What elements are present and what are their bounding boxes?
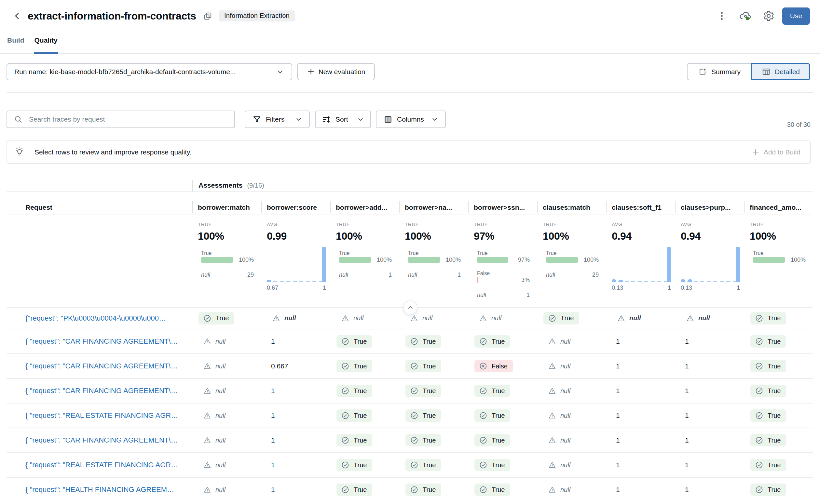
- column-header-financed_amo-[interactable]: financed_amo...: [744, 192, 813, 215]
- new-evaluation-button[interactable]: New evaluation: [297, 63, 375, 80]
- request-link[interactable]: { "request": "REAL ESTATE FINANCING AGR…: [25, 461, 178, 469]
- check-circle-icon: [410, 411, 419, 420]
- column-header-borrower-na-[interactable]: borrower>na...: [399, 192, 468, 215]
- table-row[interactable]: { "request": "HEALTH FINANCING AGREEM…nu…: [7, 478, 813, 502]
- bool-chart-entry-label: True: [546, 250, 599, 256]
- summary-view-button[interactable]: Summary: [687, 63, 751, 80]
- summary-stat-value: 0.94: [681, 230, 740, 242]
- request-cell: { "request": "CAR FINANCING AGREEMENT\…: [7, 428, 192, 452]
- section-divider: [7, 92, 813, 93]
- assessment-cell: 1: [675, 453, 744, 477]
- value-badge-label: True: [768, 461, 781, 469]
- cloud-connection-icon[interactable]: [739, 9, 752, 22]
- tab-quality[interactable]: Quality: [34, 32, 58, 53]
- assessment-cell: True: [330, 329, 399, 353]
- value-badge-true: True: [405, 459, 441, 471]
- null-value-label: null: [698, 314, 710, 322]
- assessment-cell: True: [192, 308, 261, 329]
- value-badge-true: True: [750, 360, 786, 372]
- summary-request-spacer: [7, 215, 192, 307]
- sort-button[interactable]: Sort: [315, 111, 371, 128]
- request-link[interactable]: {"request": "PK\u0003\u0004-\u0000\u000…: [25, 314, 166, 323]
- collapse-summary-button[interactable]: [403, 300, 418, 315]
- table-row[interactable]: { "request": "CAR FINANCING AGREEMENT\…n…: [7, 379, 813, 404]
- column-header-clauses-purp-[interactable]: clauses>purp...: [675, 192, 744, 215]
- assessment-cell: 1: [606, 478, 675, 502]
- value-badge-label: True: [423, 363, 436, 370]
- warning-triangle-icon: [548, 362, 556, 370]
- request-link[interactable]: { "request": "CAR FINANCING AGREEMENT\…: [25, 362, 178, 370]
- null-value: null: [548, 338, 571, 345]
- value-badge-true: True: [475, 335, 510, 348]
- check-circle-icon: [341, 337, 349, 346]
- bool-chart-bar: [477, 277, 478, 283]
- table-row[interactable]: { "request": "CAR FINANCING AGREEMENT\…n…: [7, 329, 813, 354]
- request-link[interactable]: { "request": "CAR FINANCING AGREEMENT\…: [25, 387, 178, 395]
- warning-triangle-icon: [548, 387, 556, 395]
- check-circle-icon: [410, 485, 419, 494]
- column-header-clauses-match[interactable]: clauses:match: [537, 192, 606, 215]
- request-cell: { "request": "CAR FINANCING AGREEMENT\…: [7, 329, 192, 353]
- value-badge-label: True: [492, 338, 505, 345]
- request-link[interactable]: { "request": "CAR FINANCING AGREEMENT\…: [25, 436, 178, 444]
- summary-stat-label: AVG: [681, 221, 740, 227]
- search-input[interactable]: [29, 115, 228, 123]
- table-row[interactable]: { "request": "CAR FINANCING AGREEMENT\…n…: [7, 354, 813, 379]
- bool-chart-entry: True100%: [198, 250, 254, 263]
- value-badge-true: True: [475, 385, 510, 397]
- check-circle-icon: [341, 461, 349, 469]
- request-link[interactable]: { "request": "HEALTH FINANCING AGREEM…: [25, 485, 174, 494]
- more-menu-icon[interactable]: [715, 9, 728, 22]
- value-badge-true: True: [475, 434, 510, 446]
- x-circle-icon: [479, 362, 488, 370]
- column-header-borrower-score[interactable]: borrower:score: [261, 192, 330, 215]
- table-row[interactable]: { "request": "REAL ESTATE FINANCING AGR……: [7, 404, 813, 428]
- numeric-value: 1: [616, 362, 620, 370]
- column-header-borrower-add-[interactable]: borrower>add...: [330, 192, 399, 215]
- add-to-build-button[interactable]: Add to Build: [751, 148, 800, 156]
- result-count: 30 of 30: [787, 121, 811, 128]
- table-summary-row: TRUE100%True100%null29AVG0.99 0.67 1 TRU…: [7, 215, 813, 308]
- summary-histogram: 0.67 1: [267, 247, 326, 292]
- value-badge-false: False: [475, 360, 513, 372]
- assessment-cell: True: [744, 453, 813, 477]
- column-header-borrower-ssn-[interactable]: borrower>ssn...: [468, 192, 537, 215]
- value-badge-label: True: [492, 461, 505, 469]
- null-value-label: null: [353, 314, 363, 322]
- assessment-cell: 1: [606, 354, 675, 378]
- null-value: null: [548, 461, 571, 469]
- filters-button[interactable]: Filters: [245, 111, 310, 128]
- column-header-request[interactable]: Request: [7, 192, 192, 215]
- value-badge-label: True: [216, 314, 229, 322]
- tab-bar: Build Quality: [0, 32, 820, 54]
- check-circle-icon: [548, 314, 557, 323]
- bool-chart-entry-label: False: [477, 271, 530, 276]
- detailed-view-button[interactable]: Detailed: [751, 63, 810, 80]
- tab-build[interactable]: Build: [7, 32, 25, 53]
- back-icon[interactable]: [12, 11, 22, 21]
- assessment-cell: 1: [261, 329, 330, 353]
- value-badge-label: True: [768, 437, 781, 444]
- check-circle-icon: [341, 436, 349, 444]
- assessment-cell: null: [537, 453, 606, 477]
- columns-button[interactable]: Columns: [376, 111, 446, 128]
- table-row[interactable]: { "request": "REAL ESTATE FINANCING AGR……: [7, 453, 813, 478]
- null-value-label: null: [629, 314, 641, 322]
- assessment-cell: True: [468, 329, 537, 353]
- table-row[interactable]: { "request": "CAR FINANCING AGREEMENT\…n…: [7, 428, 813, 453]
- run-name-select[interactable]: Run name: kie-base-model-bfb7265d_archik…: [7, 63, 292, 80]
- request-link[interactable]: { "request": "CAR FINANCING AGREEMENT\…: [25, 337, 178, 346]
- column-header-borrower-match[interactable]: borrower:match: [192, 192, 261, 215]
- summary-stat-label: TRUE: [336, 221, 395, 227]
- use-button[interactable]: Use: [782, 7, 810, 25]
- summary-stat-label: TRUE: [198, 221, 257, 227]
- copy-icon[interactable]: [203, 12, 212, 20]
- settings-gear-icon[interactable]: [762, 9, 775, 22]
- column-header-clauses-soft_f1[interactable]: clauses:soft_f1: [606, 192, 675, 215]
- assessment-cell: null: [537, 379, 606, 403]
- null-value: null: [203, 486, 225, 494]
- bool-chart-null-count: 29: [592, 272, 599, 278]
- value-badge-label: False: [492, 363, 508, 370]
- request-link[interactable]: { "request": "REAL ESTATE FINANCING AGR…: [25, 411, 178, 420]
- bool-chart-null-count: 1: [388, 272, 392, 278]
